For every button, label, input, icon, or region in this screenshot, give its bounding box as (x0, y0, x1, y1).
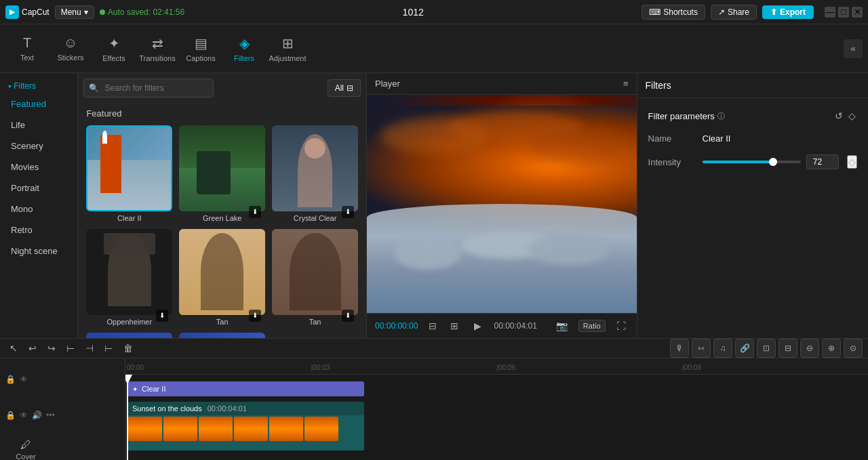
tool-adjustment[interactable]: ⊞ Adjustment (266, 27, 309, 70)
player-menu-icon[interactable]: ≡ (623, 79, 629, 89)
portrait-label: Portrait (11, 183, 39, 193)
trim-start-button[interactable]: ⊣ (81, 340, 98, 356)
sidebar-item-life[interactable]: Life (3, 114, 75, 135)
mic-button[interactable]: 🎙 (670, 339, 689, 358)
intensity-reset-button[interactable]: ◇ (847, 155, 857, 169)
download-badge-oppenheimer: ⬇ (156, 310, 168, 322)
magnetic-button[interactable]: ⊡ (757, 339, 776, 358)
player-header: Player ≡ (367, 73, 637, 95)
more-icon-video[interactable]: ••• (46, 411, 55, 420)
filter-gallery: 🔍 All ⊟ Featured Clear II (78, 73, 367, 338)
tool-captions[interactable]: ▤ Captions (179, 27, 222, 70)
undo-button[interactable]: ↩ (24, 340, 41, 356)
video-thumb-4 (234, 417, 268, 441)
share-label: Share (728, 7, 749, 17)
sidebar-item-movies[interactable]: Movies (3, 156, 75, 177)
stickers-icon: ☺ (64, 35, 77, 51)
filter-card-tan2[interactable]: ⬇ Tan (272, 229, 358, 326)
playhead[interactable] (127, 375, 128, 460)
ratio-button[interactable]: Ratio (578, 320, 606, 332)
filter-card-oppenheimer[interactable]: ⬇ Oppenheimer (86, 229, 172, 326)
transitions-icon: ⇄ (152, 35, 163, 51)
split-button[interactable]: ⊢ (62, 340, 79, 356)
tool-effects[interactable]: ✦ Effects (92, 27, 136, 70)
sidebar-item-scenery[interactable]: Scenery (3, 135, 75, 156)
tool-filters[interactable]: ◈ Filters (222, 27, 266, 70)
search-wrapper: 🔍 (83, 79, 321, 98)
sidebar-item-featured[interactable]: Featured (3, 93, 75, 114)
beat-button[interactable]: ♫ (713, 339, 732, 358)
grid-view-button[interactable]: ⊞ (448, 319, 461, 333)
video-thumb-3 (199, 417, 233, 441)
sidebar-item-mono[interactable]: Mono (3, 198, 75, 219)
redo-button[interactable]: ↪ (43, 340, 60, 356)
grid-icon: ⊞ (450, 320, 458, 331)
download-badge-tan1: ⬇ (249, 310, 261, 322)
scenery-label: Scenery (11, 141, 43, 151)
shortcuts-button[interactable]: ⌨ Shortcuts (642, 5, 705, 20)
filter-card-crystal-clear[interactable]: ⬇ Crystal Clear (272, 125, 358, 222)
minimize-button[interactable]: — (825, 7, 835, 18)
audio-icon-video[interactable]: 🔊 (32, 411, 42, 420)
select-tool-button[interactable]: ↖ (5, 340, 22, 356)
lock-icon-video[interactable]: 🔒 (5, 411, 16, 420)
params-reset-button[interactable]: ↺ (833, 109, 844, 123)
maximize-button[interactable]: □ (838, 7, 849, 18)
share-button[interactable]: ↗ Share (711, 5, 757, 20)
filter-card-extra1[interactable] (86, 333, 172, 338)
export-icon: ⬆ (770, 7, 777, 17)
timeline-tracks: ✦ Clear II Sunset on the clouds 00:00:04… (125, 375, 868, 460)
time-total: 00:00:04:01 (494, 321, 536, 331)
sidebar-item-night-scene[interactable]: Night scene (3, 241, 75, 262)
save-icon: ◇ (848, 110, 856, 121)
menu-button[interactable]: Menu ▾ (55, 5, 94, 19)
filter-track[interactable]: ✦ Clear II (127, 381, 364, 396)
collapse-icon: « (850, 43, 855, 54)
filter-card-extra2[interactable] (179, 333, 265, 338)
keyboard-icon: ⌨ (649, 7, 660, 17)
content-area: ▪ Filters Featured Life Scenery Movies P… (0, 73, 868, 338)
intensity-slider-thumb[interactable] (769, 158, 777, 166)
visibility-icon-filter[interactable]: 👁 (20, 375, 28, 384)
filter-label-clear-ii: Clear II (86, 214, 172, 222)
cover-button[interactable]: 🖊 Cover (5, 439, 46, 460)
fullscreen-button[interactable]: ⛶ (614, 319, 629, 333)
close-button[interactable]: ✕ (852, 7, 863, 18)
snapshot-button[interactable]: 📷 (553, 319, 570, 333)
params-save-button[interactable]: ◇ (847, 109, 857, 123)
zoom-out-button[interactable]: ⊖ (800, 339, 819, 358)
intensity-number-input[interactable]: 72 (806, 154, 839, 169)
video-track-label: Sunset on the clouds (132, 404, 202, 413)
pip-button[interactable]: ⊟ (778, 339, 797, 358)
tool-text-label: Text (20, 54, 34, 62)
visibility-icon-video[interactable]: 👁 (20, 411, 28, 420)
filter-thumb-extra2 (179, 333, 265, 338)
all-filters-button[interactable]: All ⊟ (328, 79, 361, 97)
filter-track-effect-icon: ✦ (132, 385, 138, 393)
play-button[interactable]: ▶ (469, 318, 486, 334)
trim-end-button[interactable]: ⊢ (100, 340, 117, 356)
lock-icon-filter[interactable]: 🔒 (5, 375, 16, 384)
video-track[interactable]: Sunset on the clouds 00:00:04:01 (127, 402, 364, 451)
toolbar-collapse-button[interactable]: « (844, 39, 863, 58)
right-panel: Filters Filter parameters ⓘ ↺ ◇ Name Cle… (637, 73, 868, 338)
filter-card-green-lake[interactable]: ⬇ Green Lake (179, 125, 265, 222)
search-input[interactable] (83, 79, 214, 98)
tool-text[interactable]: T Text (5, 27, 49, 70)
filter-card-clear-ii[interactable]: Clear II (86, 125, 172, 222)
zoom-in-button[interactable]: ⊕ (822, 339, 841, 358)
tool-effects-label: Effects (102, 54, 125, 62)
link-button[interactable]: 🔗 (735, 339, 754, 358)
player-title: Player (375, 79, 400, 89)
export-button[interactable]: ⬆ Export (762, 5, 814, 19)
list-view-button[interactable]: ⊟ (426, 319, 439, 333)
sidebar-item-retro[interactable]: Retro (3, 219, 75, 241)
tool-stickers[interactable]: ☺ Stickers (49, 27, 92, 70)
sidebar-item-portrait[interactable]: Portrait (3, 177, 75, 198)
filter-card-tan1[interactable]: ⬇ Tan (179, 229, 265, 326)
audio-snap-button[interactable]: ⇿ (692, 339, 711, 358)
tool-transitions[interactable]: ⇄ Transitions (136, 27, 179, 70)
fit-button[interactable]: ⊙ (844, 339, 863, 358)
delete-button[interactable]: 🗑 (119, 340, 137, 356)
intensity-slider[interactable] (703, 161, 801, 163)
